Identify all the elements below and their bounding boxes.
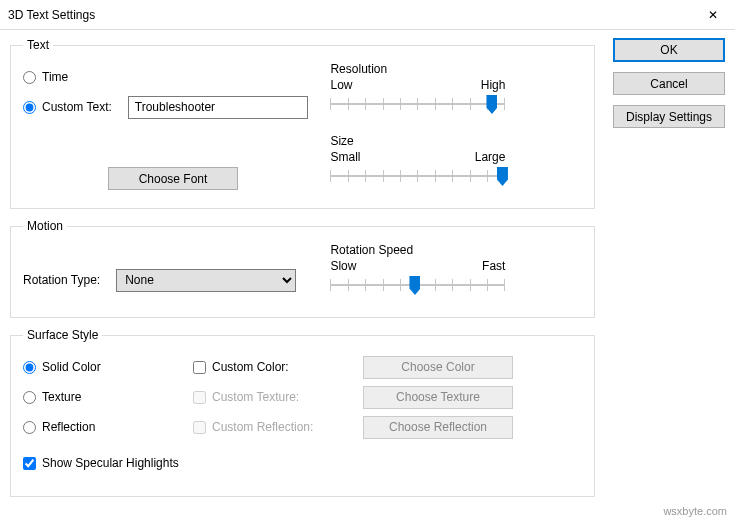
texture-option[interactable]: Texture: [23, 382, 193, 412]
window-title: 3D Text Settings: [0, 8, 690, 22]
solid-color-option[interactable]: Solid Color: [23, 352, 193, 382]
custom-texture-check: Custom Texture:: [193, 382, 363, 412]
rotation-speed-slider[interactable]: Rotation Speed SlowFast: [330, 243, 505, 299]
resolution-slider[interactable]: Resolution LowHigh: [330, 62, 505, 118]
custom-text-input[interactable]: [128, 96, 308, 119]
time-option[interactable]: Time: [23, 62, 330, 92]
watermark: wsxbyte.com: [663, 505, 727, 517]
choose-reflection-button: Choose Reflection: [363, 416, 513, 439]
custom-color-check[interactable]: Custom Color:: [193, 352, 363, 382]
display-settings-button[interactable]: Display Settings: [613, 105, 725, 128]
size-slider[interactable]: Size SmallLarge: [330, 134, 505, 190]
close-button[interactable]: ✕: [690, 0, 735, 29]
surface-group: Surface Style Solid Color Texture Reflec…: [10, 328, 595, 497]
text-group: Text Time Custom Text: Choose Font Resol…: [10, 38, 595, 209]
choose-texture-button: Choose Texture: [363, 386, 513, 409]
reflection-option[interactable]: Reflection: [23, 412, 193, 442]
custom-text-option[interactable]: Custom Text:: [23, 92, 330, 122]
cancel-button[interactable]: Cancel: [613, 72, 725, 95]
rotation-type-select[interactable]: None: [116, 269, 296, 292]
motion-legend: Motion: [23, 219, 67, 233]
choose-color-button: Choose Color: [363, 356, 513, 379]
close-icon: ✕: [708, 8, 718, 22]
surface-legend: Surface Style: [23, 328, 102, 342]
motion-group: Motion Rotation Type: None Rotation Spee…: [10, 219, 595, 318]
text-legend: Text: [23, 38, 53, 52]
ok-button[interactable]: OK: [613, 38, 725, 62]
custom-reflection-check: Custom Reflection:: [193, 412, 363, 442]
title-bar: 3D Text Settings ✕: [0, 0, 735, 30]
specular-check[interactable]: Show Specular Highlights: [23, 448, 582, 478]
rotation-type-label: Rotation Type:: [23, 273, 100, 287]
choose-font-button[interactable]: Choose Font: [108, 167, 238, 190]
